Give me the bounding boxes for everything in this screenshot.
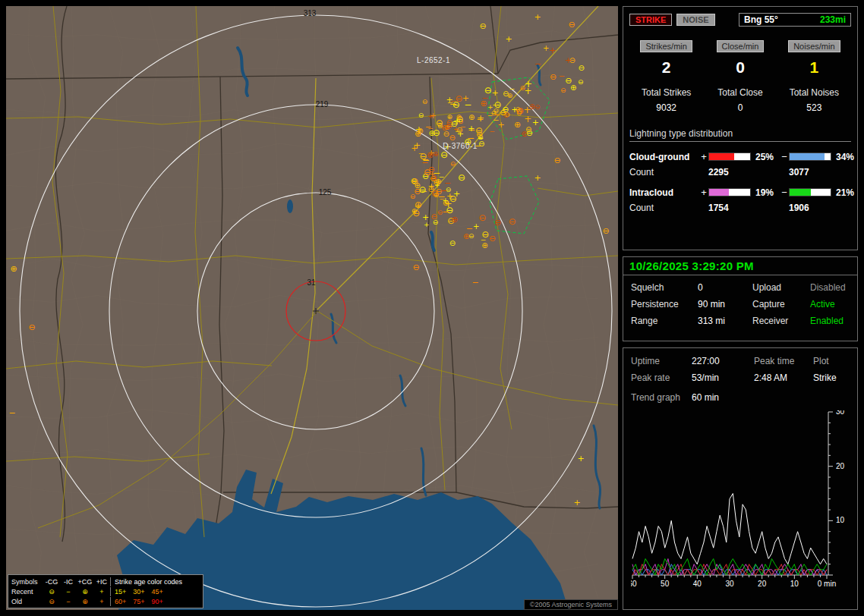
svg-text:+: + bbox=[434, 181, 440, 189]
svg-text:−: − bbox=[460, 123, 466, 130]
svg-text:⊕: ⊕ bbox=[468, 113, 475, 121]
svg-text:−: − bbox=[559, 72, 565, 80]
svg-text:20: 20 bbox=[758, 580, 767, 588]
svg-text:⊖: ⊖ bbox=[489, 234, 496, 244]
persistence-value: 90 min bbox=[698, 299, 752, 310]
legend-row-old: Old ⊖−⊕+ 60+75+90+ bbox=[10, 596, 201, 606]
lightning-map[interactable]: ⊖+⊕⊕+⊖⊖−−−⊖−−⊖⊖⊖+⊖+−⊖⊖⊖⊕+⊖⊕−+⊕−−⊖−+−⊖+−+… bbox=[6, 6, 618, 610]
intracloud-row: Intracloud + 19% − 21% bbox=[629, 187, 851, 198]
ic-positive-bar bbox=[708, 188, 751, 196]
svg-text:⊕: ⊕ bbox=[463, 232, 469, 240]
capture-status: Active bbox=[810, 299, 850, 310]
nexstorm-window: ⊖+⊕⊕+⊖⊖−−−⊖−−⊖⊖⊖+⊖+−⊖⊖⊖⊕+⊖⊕−+⊕−−⊖−+−⊖+−+… bbox=[0, 0, 864, 616]
peak-rate-value: 53/min bbox=[692, 372, 754, 383]
svg-text:⊖: ⊖ bbox=[475, 125, 483, 136]
total-strikes-label: Total Strikes bbox=[629, 87, 703, 98]
upload-label: Upload bbox=[752, 282, 810, 293]
svg-text:+: + bbox=[549, 46, 556, 55]
svg-text:⊕: ⊕ bbox=[451, 215, 458, 225]
svg-text:+: + bbox=[453, 189, 460, 199]
svg-text:+: + bbox=[491, 88, 498, 98]
uptime-value: 227:00 bbox=[692, 356, 754, 366]
svg-text:⊖: ⊖ bbox=[550, 72, 557, 82]
total-strikes-value: 9032 bbox=[629, 102, 703, 113]
side-panel: STRIKE NOISE Bng 55° 233mi Strikes/min C… bbox=[623, 0, 858, 616]
receiver-label: Receiver bbox=[752, 316, 810, 326]
svg-text:−: − bbox=[534, 59, 541, 69]
svg-text:+: + bbox=[524, 86, 531, 96]
svg-text:+: + bbox=[477, 113, 484, 124]
svg-text:−: − bbox=[449, 99, 457, 109]
svg-text:−: − bbox=[471, 278, 478, 288]
svg-text:+: + bbox=[534, 173, 541, 183]
copyright-label: ©2005 Astrogenic Systems bbox=[524, 599, 618, 610]
svg-text:−: − bbox=[425, 122, 432, 132]
squelch-value: 0 bbox=[698, 282, 752, 293]
plus-sign: + bbox=[699, 187, 708, 198]
svg-text:⊕: ⊕ bbox=[507, 92, 513, 99]
persistence-label: Persistence bbox=[631, 299, 698, 310]
svg-text:⊖: ⊖ bbox=[411, 176, 418, 187]
svg-text:⊖: ⊖ bbox=[568, 20, 575, 30]
svg-text:⊕: ⊕ bbox=[456, 113, 462, 121]
svg-text:30: 30 bbox=[836, 410, 845, 416]
svg-text:+: + bbox=[497, 120, 504, 130]
trend-graph: 1020306050403020100 min bbox=[631, 410, 856, 602]
svg-text:⊕: ⊕ bbox=[10, 264, 17, 274]
svg-text:+: + bbox=[511, 105, 517, 114]
trend-graph-row: Trend graph 60 min bbox=[631, 392, 850, 403]
svg-text:⊖: ⊖ bbox=[534, 103, 541, 111]
svg-text:−: − bbox=[492, 101, 498, 109]
lightning-type-distribution: Lightning type distribution Cloud-ground… bbox=[629, 128, 851, 213]
ic-negative-pct: 21% bbox=[833, 187, 854, 198]
svg-text:⊖: ⊖ bbox=[479, 21, 486, 31]
legend-age-title: Strike age color codes bbox=[110, 577, 201, 586]
close-per-min-button[interactable]: Close/min bbox=[717, 40, 765, 52]
upload-status: Disabled bbox=[810, 282, 850, 293]
receiver-status: Enabled bbox=[810, 316, 850, 326]
svg-text:⊖: ⊖ bbox=[525, 125, 531, 134]
svg-text:+: + bbox=[468, 124, 475, 134]
svg-text:60: 60 bbox=[631, 580, 637, 588]
svg-text:−: − bbox=[8, 408, 15, 418]
map-canvas[interactable]: ⊖+⊕⊕+⊖⊖−−−⊖−−⊖⊖⊖+⊖+−⊖⊖⊖⊕+⊖⊕−+⊕−−⊖−+−⊖+−+… bbox=[6, 6, 618, 610]
svg-text:+: + bbox=[462, 93, 469, 103]
status-box: 10/26/2025 3:29:20 PM Squelch 0 Upload D… bbox=[623, 256, 858, 341]
rate-labels-row: Strikes/min Close/min Noises/min bbox=[629, 39, 851, 52]
svg-text:+: + bbox=[524, 114, 531, 124]
svg-text:⊖: ⊖ bbox=[560, 86, 566, 94]
distribution-title: Lightning type distribution bbox=[629, 128, 851, 142]
svg-text:⊕: ⊕ bbox=[415, 129, 421, 139]
svg-text:10: 10 bbox=[790, 580, 799, 588]
peak-time-label: Peak time bbox=[754, 356, 813, 366]
legend-row-recent: Recent ⊖−⊕+ 15+30+45+ bbox=[10, 586, 201, 596]
trend-box: Uptime 227:00 Peak time Plot Peak rate 5… bbox=[623, 347, 858, 610]
peak-time-value: 2:48 AM bbox=[754, 372, 813, 383]
svg-text:D-3760-1: D-3760-1 bbox=[443, 142, 478, 150]
noises-per-min-button[interactable]: Noises/min bbox=[788, 40, 840, 52]
strike-button[interactable]: STRIKE bbox=[629, 14, 672, 26]
total-close-label: Total Close bbox=[703, 87, 777, 98]
noise-button[interactable]: NOISE bbox=[676, 14, 714, 26]
svg-text:⊖: ⊖ bbox=[494, 218, 501, 228]
strikes-per-min-value: 2 bbox=[629, 58, 703, 77]
mode-row: STRIKE NOISE Bng 55° 233mi bbox=[629, 13, 851, 27]
ic-positive-count: 1754 bbox=[708, 203, 780, 213]
strikes-per-min-button[interactable]: Strikes/min bbox=[640, 40, 692, 52]
svg-text:+: + bbox=[573, 498, 580, 508]
capture-label: Capture bbox=[752, 299, 810, 310]
bearing-value: Bng 55° bbox=[744, 14, 778, 25]
cg-negative-bar bbox=[789, 152, 831, 161]
svg-text:⊖: ⊖ bbox=[458, 172, 465, 183]
svg-text:+: + bbox=[565, 55, 572, 65]
svg-text:+: + bbox=[543, 44, 549, 52]
trend-graph-window: 60 min bbox=[692, 392, 850, 403]
svg-text:⊖: ⊖ bbox=[478, 212, 486, 223]
svg-text:⊖: ⊖ bbox=[553, 156, 560, 165]
minus-sign: − bbox=[780, 151, 789, 162]
svg-text:+: + bbox=[453, 125, 459, 133]
svg-text:+: + bbox=[532, 118, 539, 127]
legend-type-headers: -CG -IC +CG +IC bbox=[43, 577, 110, 586]
plus-sign: + bbox=[699, 151, 708, 162]
svg-text:⊖: ⊖ bbox=[412, 262, 419, 272]
